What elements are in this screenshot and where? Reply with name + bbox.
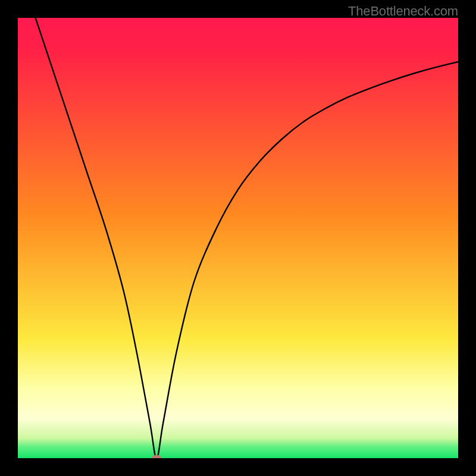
minimum-marker xyxy=(152,455,161,459)
plot-area xyxy=(18,18,458,458)
chart-frame: TheBottleneck.com xyxy=(0,0,476,476)
curve-layer xyxy=(18,18,458,458)
bottleneck-curve xyxy=(36,18,458,458)
watermark-text: TheBottleneck.com xyxy=(348,4,458,19)
